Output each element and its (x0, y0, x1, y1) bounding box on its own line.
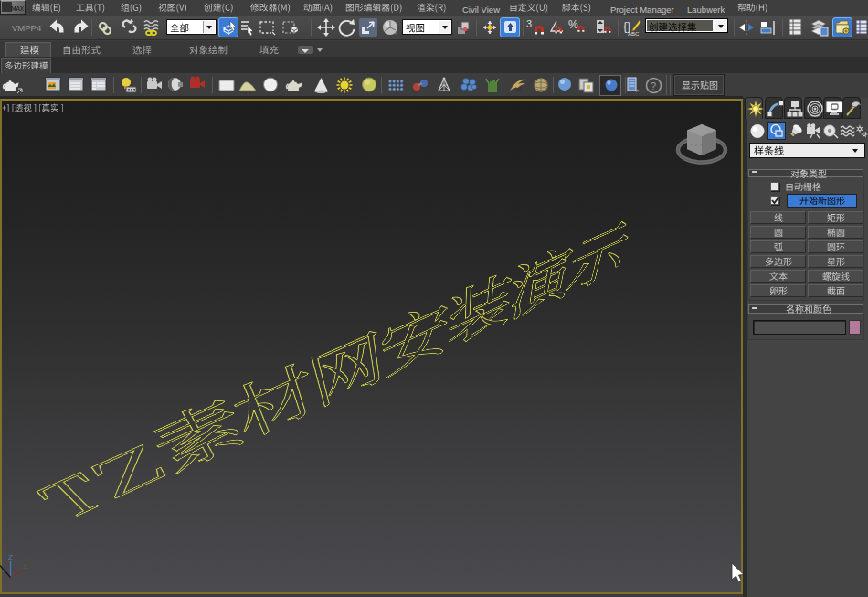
svg-text:Z: Z (8, 553, 13, 561)
svg-text:ABC: ABC (628, 31, 640, 37)
svg-text:X: X (23, 562, 28, 570)
svg-text:HF: HF (515, 86, 523, 91)
svg-text:?: ? (651, 80, 656, 91)
